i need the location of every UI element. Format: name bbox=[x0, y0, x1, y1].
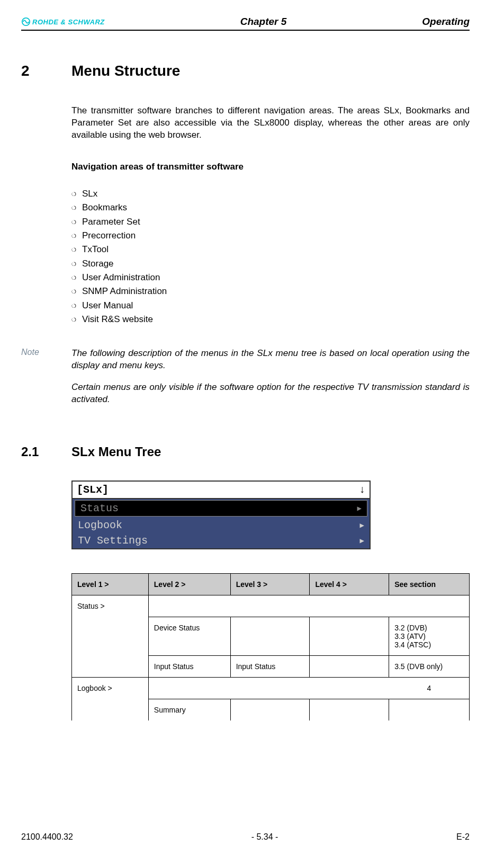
cell-empty bbox=[310, 699, 389, 720]
device-title: [SLx] bbox=[77, 484, 109, 496]
note-paragraph-1: The following description of the menus i… bbox=[71, 348, 470, 372]
table-row: Input Status Input Status 3.5 (DVB only) bbox=[72, 655, 470, 677]
menu-tree-table: Level 1 > Level 2 > Level 3 > Level 4 > … bbox=[71, 573, 470, 720]
subsection-title: SLx Menu Tree bbox=[71, 444, 161, 459]
cell-section-3-5: 3.5 (DVB only) bbox=[389, 655, 470, 677]
cell-empty bbox=[148, 595, 469, 617]
subsection-number: 2.1 bbox=[21, 444, 71, 459]
device-menu-label: Status bbox=[80, 502, 119, 514]
list-item: User Manual bbox=[71, 299, 470, 313]
device-title-row: [SLx] ↓ bbox=[73, 482, 370, 499]
chevron-right-icon: ▶ bbox=[360, 536, 364, 545]
device-menu-logbook[interactable]: Logbook ▶ bbox=[73, 518, 370, 533]
footer-right: E-2 bbox=[456, 832, 470, 842]
device-menu-label: TV Settings bbox=[78, 535, 148, 547]
col-level2: Level 2 > bbox=[148, 574, 230, 595]
col-level3: Level 3 > bbox=[230, 574, 310, 595]
down-arrow-icon: ↓ bbox=[359, 484, 365, 496]
device-menu-status[interactable]: Status ▶ bbox=[75, 500, 367, 517]
table-row: Logbook > 4 bbox=[72, 677, 470, 699]
note-label: Note bbox=[21, 348, 71, 406]
list-item: TxTool bbox=[71, 243, 470, 256]
cell-input-status-l3: Input Status bbox=[230, 655, 310, 677]
chevron-right-icon: ▶ bbox=[357, 504, 362, 513]
cell-status: Status > bbox=[72, 595, 149, 617]
brand-icon bbox=[21, 17, 31, 26]
cell-empty bbox=[72, 655, 149, 677]
cell-line: 3.4 (ATSC) bbox=[394, 640, 464, 649]
cell-empty bbox=[72, 617, 149, 655]
intro-paragraph: The transmitter software branches to dif… bbox=[71, 105, 470, 141]
list-item: Visit R&S website bbox=[71, 313, 470, 326]
cell-logbook: Logbook > bbox=[72, 677, 149, 699]
cell-device-status: Device Status bbox=[148, 617, 230, 655]
device-menu-label: Logbook bbox=[78, 519, 122, 531]
col-level4: Level 4 > bbox=[310, 574, 389, 595]
cell-empty bbox=[389, 699, 470, 720]
subsection-heading: 2.1 SLx Menu Tree bbox=[21, 444, 470, 459]
cell-empty bbox=[72, 699, 149, 720]
device-display: [SLx] ↓ Status ▶ Logbook ▶ TV Settings ▶ bbox=[71, 481, 371, 549]
list-item: Parameter Set bbox=[71, 215, 470, 229]
nav-areas-heading: Navigation areas of transmitter software bbox=[71, 162, 470, 172]
nav-areas-list: SLx Bookmarks Parameter Set Precorrectio… bbox=[71, 187, 470, 326]
col-level1: Level 1 > bbox=[72, 574, 149, 595]
footer-left: 2100.4400.32 bbox=[21, 832, 73, 842]
col-see-section: See section bbox=[389, 574, 470, 595]
cell-empty bbox=[310, 617, 389, 655]
note-block: Note The following description of the me… bbox=[21, 348, 470, 406]
chapter-label: Chapter 5 bbox=[240, 16, 287, 28]
section-heading: 2 Menu Structure bbox=[21, 63, 470, 79]
list-item: SNMP Administration bbox=[71, 284, 470, 298]
cell-summary: Summary bbox=[148, 699, 230, 720]
table-row: Status > bbox=[72, 595, 470, 617]
cell-empty bbox=[310, 655, 389, 677]
section-number: 2 bbox=[21, 63, 71, 79]
chevron-right-icon: ▶ bbox=[360, 521, 364, 530]
table-header-row: Level 1 > Level 2 > Level 3 > Level 4 > … bbox=[72, 574, 470, 595]
list-item: SLx bbox=[71, 187, 470, 201]
list-item: Precorrection bbox=[71, 229, 470, 243]
table-row: Device Status 3.2 (DVB) 3.3 (ATV) 3.4 (A… bbox=[72, 617, 470, 655]
page-footer: 2100.4400.32 - 5.34 - E-2 bbox=[21, 832, 470, 842]
cell-empty bbox=[230, 699, 310, 720]
cell-empty bbox=[230, 617, 310, 655]
cell-input-status-l2: Input Status bbox=[148, 655, 230, 677]
section-title: Menu Structure bbox=[71, 63, 180, 79]
device-menu-tvsettings[interactable]: TV Settings ▶ bbox=[73, 533, 370, 548]
cell-empty bbox=[148, 677, 389, 699]
page-header: ROHDE & SCHWARZ Chapter 5 Operating bbox=[21, 16, 470, 31]
brand-logo: ROHDE & SCHWARZ bbox=[21, 17, 105, 26]
list-item: Bookmarks bbox=[71, 201, 470, 215]
footer-center: - 5.34 - bbox=[251, 832, 278, 842]
list-item: Storage bbox=[71, 257, 470, 271]
table-row: Summary bbox=[72, 699, 470, 720]
cell-sections: 3.2 (DVB) 3.3 (ATV) 3.4 (ATSC) bbox=[389, 617, 470, 655]
cell-line: 3.3 (ATV) bbox=[394, 632, 464, 640]
list-item: User Administration bbox=[71, 271, 470, 284]
cell-section-4: 4 bbox=[389, 677, 470, 699]
cell-line: 3.2 (DVB) bbox=[394, 624, 464, 632]
note-paragraph-2: Certain menus are only visible if the so… bbox=[71, 381, 470, 406]
brand-text: ROHDE & SCHWARZ bbox=[32, 18, 105, 26]
header-right: Operating bbox=[422, 16, 470, 28]
